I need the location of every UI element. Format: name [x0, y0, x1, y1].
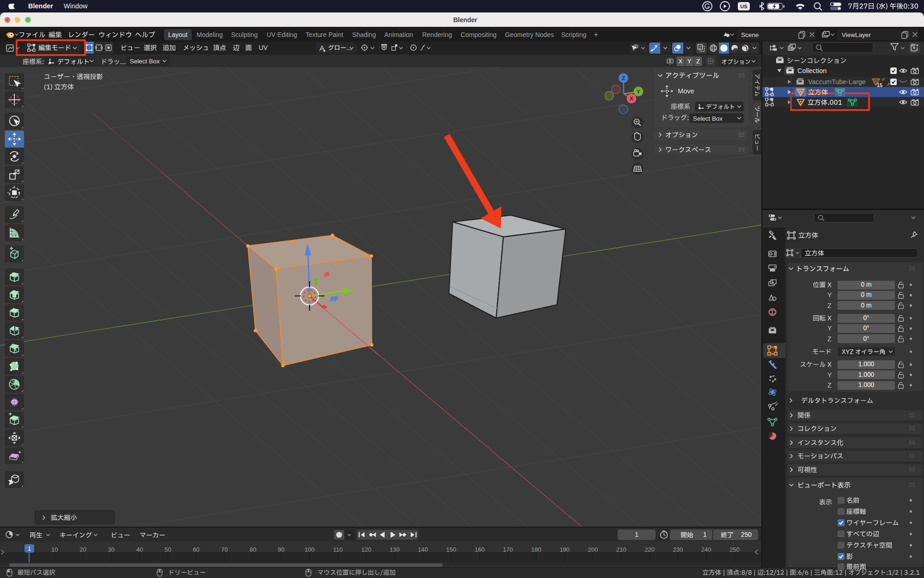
svg-text:120: 120	[361, 546, 371, 553]
svg-text:150: 150	[446, 546, 456, 553]
svg-text:30: 30	[108, 546, 115, 553]
svg-text:100: 100	[304, 546, 315, 553]
svg-text:230: 230	[673, 546, 683, 553]
svg-text:90: 90	[278, 546, 285, 553]
svg-text:160: 160	[474, 546, 485, 553]
svg-text:220: 220	[644, 546, 655, 553]
svg-text:250: 250	[729, 546, 740, 553]
svg-text:170: 170	[503, 546, 513, 553]
svg-text:60: 60	[193, 546, 200, 553]
svg-text:50: 50	[164, 546, 171, 553]
svg-text:Y: Y	[637, 89, 640, 94]
svg-text:240: 240	[701, 546, 711, 553]
svg-text:130: 130	[389, 546, 400, 553]
svg-text:110: 110	[333, 546, 343, 553]
svg-text:180: 180	[531, 546, 541, 553]
svg-text:70: 70	[221, 546, 228, 553]
svg-text:1: 1	[28, 546, 31, 552]
svg-text:Z: Z	[622, 75, 625, 81]
svg-text:200: 200	[588, 546, 598, 553]
svg-text:190: 190	[559, 546, 570, 553]
svg-text:80: 80	[249, 546, 256, 553]
svg-text:40: 40	[136, 546, 143, 553]
svg-text:10: 10	[51, 546, 58, 553]
svg-text:20: 20	[79, 546, 86, 553]
svg-text:X: X	[630, 96, 633, 101]
svg-text:140: 140	[418, 546, 428, 553]
svg-text:210: 210	[616, 546, 626, 553]
